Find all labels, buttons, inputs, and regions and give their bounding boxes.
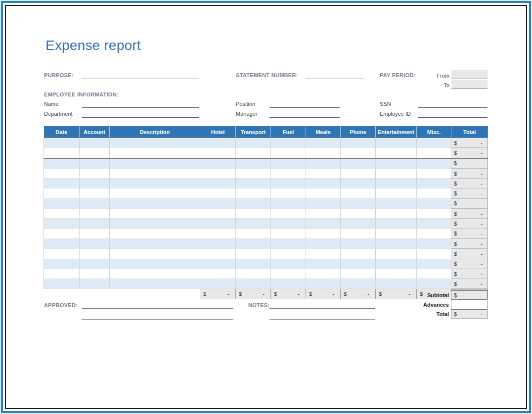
expense-cell[interactable] <box>80 219 110 229</box>
expense-cell[interactable] <box>271 279 306 289</box>
expense-cell[interactable] <box>44 259 80 269</box>
position-field[interactable] <box>269 98 340 108</box>
expense-cell[interactable] <box>306 158 341 169</box>
expense-cell[interactable] <box>417 198 451 208</box>
expense-cell[interactable] <box>236 269 271 278</box>
subtotal-value-cell[interactable]: $- <box>451 290 488 300</box>
expense-cell[interactable] <box>200 198 236 208</box>
row-total-cell[interactable]: $- <box>451 188 488 198</box>
expense-cell[interactable] <box>417 219 451 229</box>
expense-cell[interactable] <box>376 238 417 248</box>
purpose-field[interactable] <box>82 70 199 79</box>
notes-line-1[interactable] <box>269 299 375 309</box>
expense-cell[interactable] <box>80 259 110 269</box>
expense-cell[interactable] <box>236 158 271 169</box>
expense-cell[interactable] <box>306 279 341 289</box>
expense-cell[interactable] <box>44 279 80 289</box>
expense-cell[interactable] <box>80 269 110 278</box>
expense-cell[interactable] <box>200 219 236 229</box>
expense-cell[interactable] <box>200 138 236 148</box>
expense-cell[interactable] <box>271 209 306 219</box>
row-total-cell[interactable]: $- <box>451 229 488 238</box>
expense-cell[interactable] <box>376 229 417 238</box>
expense-cell[interactable] <box>417 138 451 148</box>
expense-cell[interactable] <box>200 269 236 278</box>
expense-cell[interactable] <box>236 188 271 198</box>
expense-cell[interactable] <box>306 209 341 219</box>
expense-cell[interactable] <box>376 198 417 208</box>
expense-cell[interactable] <box>110 148 200 158</box>
expense-cell[interactable] <box>306 168 341 178</box>
expense-cell[interactable] <box>341 259 376 269</box>
expense-cell[interactable] <box>44 138 80 148</box>
expense-cell[interactable] <box>306 269 341 278</box>
expense-cell[interactable] <box>376 179 417 188</box>
expense-cell[interactable] <box>80 198 110 208</box>
expense-cell[interactable] <box>80 249 110 259</box>
expense-cell[interactable] <box>110 229 200 238</box>
expense-cell[interactable] <box>44 219 80 229</box>
advances-value-cell[interactable] <box>451 300 488 309</box>
row-total-cell[interactable]: $- <box>451 259 488 269</box>
column-total-cell-transport[interactable]: $- <box>236 289 271 299</box>
expense-cell[interactable] <box>236 238 271 248</box>
expense-cell[interactable] <box>80 179 110 188</box>
approved-signature-line-2[interactable] <box>82 310 233 320</box>
approved-signature-line-1[interactable] <box>82 299 233 309</box>
expense-cell[interactable] <box>271 168 306 178</box>
expense-cell[interactable] <box>110 138 200 148</box>
expense-cell[interactable] <box>341 179 376 188</box>
expense-cell[interactable] <box>80 279 110 289</box>
expense-cell[interactable] <box>341 229 376 238</box>
row-total-cell[interactable]: $- <box>451 219 488 229</box>
expense-cell[interactable] <box>271 249 306 259</box>
column-total-cell-hotel[interactable]: $- <box>200 289 236 299</box>
expense-cell[interactable] <box>200 179 236 188</box>
expense-cell[interactable] <box>417 279 451 289</box>
expense-cell[interactable] <box>306 259 341 269</box>
expense-cell[interactable] <box>306 179 341 188</box>
expense-cell[interactable] <box>341 279 376 289</box>
expense-cell[interactable] <box>44 238 80 248</box>
row-total-cell[interactable]: $- <box>451 209 488 219</box>
expense-cell[interactable] <box>306 229 341 238</box>
expense-cell[interactable] <box>236 279 271 289</box>
expense-cell[interactable] <box>271 138 306 148</box>
expense-cell[interactable] <box>110 238 200 248</box>
expense-cell[interactable] <box>417 238 451 248</box>
expense-cell[interactable] <box>341 238 376 248</box>
expense-cell[interactable] <box>306 219 341 229</box>
expense-cell[interactable] <box>341 198 376 208</box>
expense-cell[interactable] <box>341 138 376 148</box>
expense-cell[interactable] <box>376 269 417 278</box>
pay-period-from-field[interactable] <box>451 70 488 79</box>
expense-cell[interactable] <box>417 209 451 219</box>
expense-cell[interactable] <box>110 219 200 229</box>
expense-cell[interactable] <box>44 179 80 188</box>
expense-cell[interactable] <box>200 249 236 259</box>
expense-cell[interactable] <box>236 259 271 269</box>
row-total-cell[interactable]: $- <box>451 168 488 178</box>
column-total-cell-fuel[interactable]: $- <box>271 289 306 299</box>
expense-cell[interactable] <box>341 209 376 219</box>
expense-cell[interactable] <box>341 168 376 178</box>
expense-cell[interactable] <box>306 198 341 208</box>
expense-cell[interactable] <box>200 229 236 238</box>
row-total-cell[interactable]: $- <box>451 249 488 259</box>
expense-cell[interactable] <box>341 188 376 198</box>
expense-cell[interactable] <box>376 188 417 198</box>
expense-cell[interactable] <box>236 219 271 229</box>
expense-cell[interactable] <box>271 188 306 198</box>
expense-cell[interactable] <box>417 229 451 238</box>
expense-cell[interactable] <box>236 138 271 148</box>
expense-cell[interactable] <box>44 148 80 158</box>
expense-cell[interactable] <box>200 148 236 158</box>
expense-cell[interactable] <box>341 249 376 259</box>
expense-cell[interactable] <box>80 238 110 248</box>
expense-cell[interactable] <box>306 138 341 148</box>
expense-cell[interactable] <box>44 198 80 208</box>
employee-id-field[interactable] <box>418 108 488 118</box>
expense-cell[interactable] <box>200 238 236 248</box>
expense-cell[interactable] <box>417 269 451 278</box>
expense-cell[interactable] <box>306 188 341 198</box>
